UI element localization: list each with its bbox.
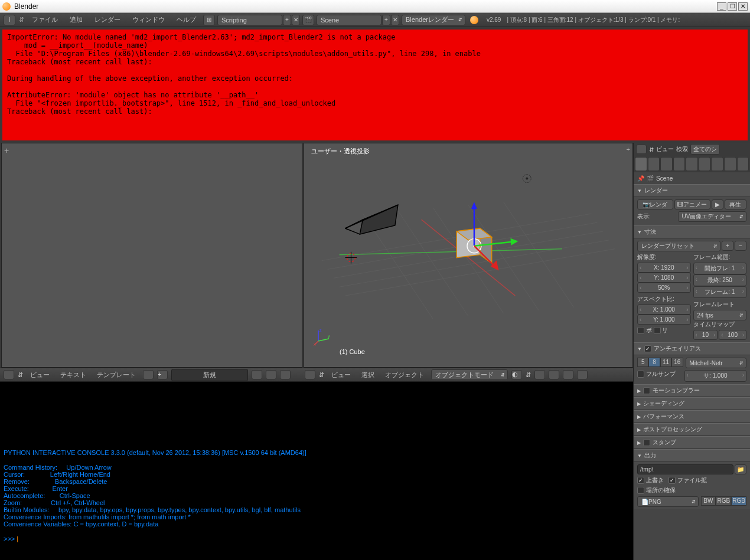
scene-add-button[interactable]: + xyxy=(382,15,390,25)
shading-caret[interactable]: ⇵ xyxy=(526,371,531,379)
tab-render[interactable] xyxy=(635,157,647,171)
outliner-icon[interactable] xyxy=(636,145,647,154)
scene-remove-button[interactable]: ✕ xyxy=(391,15,399,25)
aa-16[interactable]: 16 xyxy=(671,358,683,367)
scene-selector[interactable]: Scene + ✕ xyxy=(317,15,399,25)
layout-browse-icon[interactable]: ⊞ xyxy=(203,15,215,25)
text-toggle-3[interactable] xyxy=(280,370,291,379)
aa-5[interactable]: 5 xyxy=(637,358,648,367)
menu-text[interactable]: テキスト xyxy=(57,371,90,379)
text-editor-type-caret[interactable]: ⇵ xyxy=(18,371,23,379)
orientation-dropdown[interactable] xyxy=(563,370,573,379)
tab-modifiers[interactable] xyxy=(711,157,723,171)
layout-add-button[interactable]: + xyxy=(283,15,291,25)
play-label[interactable]: 再生 xyxy=(725,199,746,209)
3d-menu-select[interactable]: 選択 xyxy=(358,371,378,379)
panel-dimensions-header[interactable]: ▼寸法 xyxy=(634,225,750,238)
antialias-checkbox[interactable] xyxy=(644,345,651,352)
layers-toggle[interactable] xyxy=(577,370,588,379)
menu-view[interactable]: ビュー xyxy=(27,371,53,379)
resolution-y[interactable]: Y: 1080 xyxy=(637,273,691,283)
aa-11[interactable]: 11 xyxy=(660,358,671,367)
format-dropdown[interactable]: 📄 PNG xyxy=(637,496,699,507)
render-preset-dropdown[interactable]: レンダープリセット xyxy=(637,241,720,251)
python-console[interactable]: PYTHON INTERACTIVE CONSOLE 3.3.0 (defaul… xyxy=(0,382,633,560)
pin-icon[interactable]: 📌 xyxy=(637,175,644,182)
panel-postprocess-header[interactable]: ▶ポストプロセッシング xyxy=(634,423,750,436)
tab-object[interactable] xyxy=(686,157,698,171)
animation-button[interactable]: 🎞アニメー xyxy=(674,199,710,209)
stamp-checkbox[interactable] xyxy=(643,439,650,446)
panel-stamp-header[interactable]: ▶ スタンプ xyxy=(634,436,750,449)
tab-constraints[interactable] xyxy=(699,157,711,171)
expand-icon[interactable]: + xyxy=(4,146,9,155)
new-text-label[interactable]: 新規 xyxy=(171,369,248,381)
outliner-filter-dropdown[interactable]: 全てのシ xyxy=(690,144,720,155)
3d-menu-object[interactable]: オブジェクト xyxy=(381,371,428,379)
panel-performance-header[interactable]: ▶パフォーマンス xyxy=(634,410,750,423)
crop-checkbox[interactable] xyxy=(654,327,661,334)
menu-add[interactable]: 追加 xyxy=(65,15,87,24)
panel-shading-header[interactable]: ▶シェーディング xyxy=(634,397,750,410)
aa-filter-dropdown[interactable]: Mitchell-Netr xyxy=(686,358,747,368)
timeremap-new[interactable]: 100 xyxy=(719,330,746,340)
tab-scene[interactable] xyxy=(660,157,673,171)
motionblur-checkbox[interactable] xyxy=(643,387,650,394)
minimize-button[interactable]: _ xyxy=(717,2,726,11)
output-browse-button[interactable]: 📁 xyxy=(735,464,746,474)
menu-file[interactable]: ファイル xyxy=(27,15,63,24)
text-editor-icon[interactable] xyxy=(4,370,14,379)
info-icon[interactable]: i xyxy=(4,15,15,25)
aspect-y[interactable]: Y: 1.000 xyxy=(637,315,691,325)
aspect-x[interactable]: X: 1.000 xyxy=(637,304,691,315)
tab-layers[interactable] xyxy=(648,157,660,171)
scene-browse-icon[interactable]: 🎬 xyxy=(302,15,314,25)
layout-remove-button[interactable]: ✕ xyxy=(292,15,300,25)
panel-motionblur-header[interactable]: ▶ モーションブラー xyxy=(634,384,750,397)
resolution-x[interactable]: X: 1920 xyxy=(637,263,691,273)
play-button[interactable]: ▶ xyxy=(712,199,723,209)
fps-dropdown[interactable]: 24 fps xyxy=(693,310,747,320)
color-bw[interactable]: BW xyxy=(701,496,716,506)
aa-8[interactable]: 8 xyxy=(648,358,660,367)
editor-type-dropdown[interactable]: ⇵ xyxy=(18,15,25,25)
maximize-button[interactable]: ☐ xyxy=(728,2,737,11)
panel-antialias-header[interactable]: ▼ アンチエイリアス xyxy=(634,342,750,355)
color-rgba[interactable]: RGB xyxy=(731,496,746,506)
resolution-pct[interactable]: 50% xyxy=(637,283,691,293)
close-button[interactable]: ✕ xyxy=(738,2,748,11)
preset-add[interactable]: + xyxy=(722,241,733,251)
fileext-checkbox[interactable] xyxy=(669,477,676,484)
outliner-view[interactable]: ビュー xyxy=(656,145,674,153)
text-toggle-1[interactable] xyxy=(252,370,262,379)
panel-render-header[interactable]: ▼レンダー xyxy=(634,184,750,197)
manipulator-toggle[interactable] xyxy=(549,370,559,379)
color-rgb[interactable]: RGB xyxy=(716,496,731,506)
overwrite-checkbox[interactable] xyxy=(637,477,644,484)
new-text-button[interactable]: + xyxy=(157,370,168,379)
menu-window[interactable]: ウィンドウ xyxy=(128,15,169,24)
frame-start[interactable]: 開始フレ: 1 xyxy=(693,263,747,274)
aa-size[interactable]: サ: 1.000 xyxy=(684,370,747,382)
outliner-search[interactable]: 検索 xyxy=(676,145,688,153)
layout-selector[interactable]: Scripting + ✕ xyxy=(217,15,300,25)
tab-material[interactable] xyxy=(737,157,749,171)
tab-world[interactable] xyxy=(673,157,686,171)
output-path-input[interactable]: /tmp\ xyxy=(637,464,733,474)
menu-help[interactable]: ヘルプ xyxy=(172,15,201,24)
timeremap-old[interactable]: 10 xyxy=(693,330,718,340)
shading-dropdown[interactable]: ◐ xyxy=(511,370,522,379)
text-browse-icon[interactable] xyxy=(143,370,154,379)
placeholder-checkbox[interactable] xyxy=(637,487,644,494)
3dview-type-caret[interactable]: ⇵ xyxy=(319,371,324,379)
mode-dropdown[interactable]: オブジェクトモード xyxy=(431,369,508,380)
panel-output-header[interactable]: ▼出力 xyxy=(634,449,750,462)
display-dropdown[interactable]: UV画像エディター xyxy=(678,211,746,222)
render-engine-dropdown[interactable]: Blenderレンダー xyxy=(402,15,465,25)
render-button[interactable]: 📷レンダ xyxy=(637,199,673,209)
menu-template[interactable]: テンプレート xyxy=(93,371,139,379)
border-checkbox[interactable] xyxy=(637,327,644,334)
frame-step[interactable]: フレーム: 1 xyxy=(693,286,747,298)
outliner-caret[interactable]: ⇵ xyxy=(649,146,654,153)
pivot-icon[interactable] xyxy=(534,370,545,379)
